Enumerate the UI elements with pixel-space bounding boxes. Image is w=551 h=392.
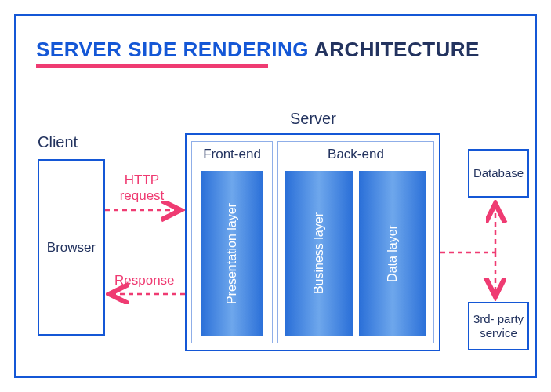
- third-party-label: 3rd- party service: [473, 312, 524, 340]
- third-party-box: 3rd- party service: [468, 302, 529, 350]
- title-rest: ARCHITECTURE: [309, 38, 480, 61]
- business-layer: Business layer: [285, 171, 353, 336]
- presentation-layer-label: Presentation layer: [224, 203, 239, 304]
- data-layer: Data layer: [359, 171, 426, 336]
- front-end-label: Front-end: [192, 147, 272, 162]
- data-layer-label: Data layer: [385, 225, 400, 282]
- database-label: Database: [473, 166, 524, 180]
- response-label: Response: [114, 273, 175, 289]
- client-box-label: Browser: [47, 240, 96, 256]
- diagram-title: SERVER SIDE RENDERING ARCHITECTURE: [36, 38, 480, 62]
- business-layer-label: Business layer: [311, 212, 326, 294]
- server-section-label: Server: [290, 110, 336, 128]
- client-box: Browser: [38, 159, 105, 336]
- back-end-label: Back-end: [278, 147, 433, 162]
- client-section-label: Client: [38, 133, 78, 151]
- http-request-label: HTTP request: [114, 172, 169, 203]
- title-highlight: SERVER SIDE RENDERING: [36, 38, 309, 61]
- presentation-layer: Presentation layer: [201, 171, 263, 336]
- title-underline: [36, 64, 268, 68]
- database-box: Database: [468, 149, 529, 198]
